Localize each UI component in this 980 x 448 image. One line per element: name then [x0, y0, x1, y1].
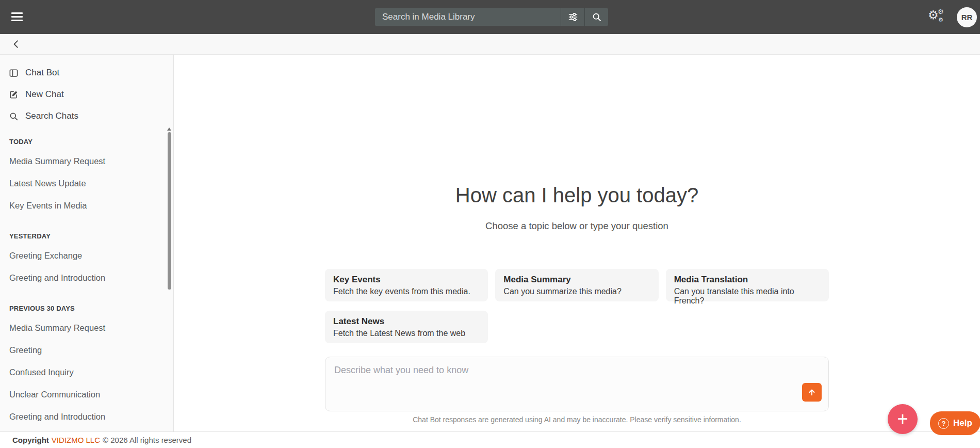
- company-link[interactable]: VIDIZMO LLC: [49, 436, 103, 444]
- question-circle-icon: ?: [938, 418, 949, 429]
- chat-sidebar: Chat Bot New Chat Search Chats: [0, 55, 174, 431]
- ai-disclaimer: Chat Bot responses are generated using A…: [413, 415, 741, 424]
- nav-label: New Chat: [25, 89, 64, 100]
- plus-icon: +: [897, 410, 908, 428]
- hamburger-menu-icon[interactable]: [11, 12, 23, 21]
- topic-card-latest-news[interactable]: Latest News Fetch the Latest News from t…: [325, 311, 488, 343]
- history-section-previous-30-days: PREVIOUS 30 DAYS Media Summary Request G…: [0, 305, 173, 428]
- chat-history-item[interactable]: Greeting and Introduction: [0, 267, 173, 289]
- topic-cards: Key Events Fetch the key events from thi…: [325, 269, 829, 343]
- add-fab-button[interactable]: +: [888, 404, 918, 434]
- media-library-search: [375, 8, 608, 26]
- history-section-yesterday: YESTERDAY Greeting Exchange Greeting and…: [0, 232, 173, 289]
- chat-main-area: How can I help you today? Choose a topic…: [174, 55, 980, 431]
- page-title: How can I help you today?: [455, 184, 698, 207]
- scrollbar-up-arrow[interactable]: [167, 127, 171, 131]
- topic-card-media-translation[interactable]: Media Translation Can you translate this…: [666, 269, 829, 301]
- chat-history-item[interactable]: Media Summary Request: [0, 317, 173, 339]
- chat-history-item[interactable]: Greeting and Introduction: [0, 406, 173, 428]
- chat-history-item[interactable]: Unclear Communication: [0, 383, 173, 406]
- message-composer: [325, 357, 829, 411]
- topbar-right-actions: ⚙ ⚙ ⚙ RR: [928, 0, 980, 34]
- card-description: Can you summarize this media?: [503, 287, 650, 296]
- history-section-today: TODAY Media Summary Request Latest News …: [0, 138, 173, 217]
- card-description: Fetch the Latest News from the web: [333, 329, 480, 338]
- topic-card-key-events[interactable]: Key Events Fetch the key events from thi…: [325, 269, 488, 301]
- nav-label: Chat Bot: [25, 68, 59, 78]
- chat-history-item[interactable]: Latest News Update: [0, 172, 173, 195]
- section-title: PREVIOUS 30 DAYS: [0, 305, 173, 312]
- search-icon: [592, 12, 602, 22]
- search-submit-button[interactable]: [584, 8, 608, 26]
- chat-history-item[interactable]: Greeting: [0, 339, 173, 361]
- compose-icon: [9, 90, 19, 100]
- card-title: Latest News: [333, 316, 480, 327]
- nav-label: Search Chats: [25, 111, 78, 121]
- card-description: Fetch the key events from this media.: [333, 287, 480, 296]
- page-subtitle: Choose a topic below or type your questi…: [485, 220, 668, 232]
- footer: Copyright VIDIZMO LLC © 2026 All rights …: [0, 431, 980, 448]
- help-label: Help: [953, 418, 972, 428]
- chevron-left-icon: [11, 39, 21, 49]
- back-button[interactable]: [11, 39, 21, 49]
- side-panel-icon: [9, 68, 19, 78]
- card-title: Media Translation: [674, 275, 821, 285]
- rights-text: © 2026 All rights reserved: [103, 436, 191, 444]
- sidebar-item-chat-bot[interactable]: Chat Bot: [0, 62, 173, 84]
- copyright-label: Copyright: [12, 436, 49, 444]
- chat-history-item[interactable]: Confused Inquiry: [0, 361, 173, 383]
- arrow-up-icon: [807, 388, 816, 397]
- sidebar-nav: Chat Bot New Chat Search Chats: [0, 55, 173, 127]
- search-filter-button[interactable]: [561, 8, 584, 26]
- user-avatar[interactable]: RR: [957, 7, 977, 27]
- chat-history-item[interactable]: Greeting Exchange: [0, 245, 173, 267]
- message-input[interactable]: [325, 357, 828, 411]
- section-title: TODAY: [0, 138, 173, 146]
- chat-history-item[interactable]: Key Events in Media: [0, 195, 173, 217]
- help-button[interactable]: ? Help: [930, 411, 980, 435]
- admin-settings-icon[interactable]: ⚙ ⚙ ⚙: [928, 8, 945, 26]
- card-description: Can you translate this media into French…: [674, 287, 821, 306]
- sidebar-scrollbar[interactable]: [168, 132, 171, 290]
- topic-card-media-summary[interactable]: Media Summary Can you summarize this med…: [495, 269, 658, 301]
- top-bar: ⚙ ⚙ ⚙ RR: [0, 0, 980, 34]
- section-title: YESTERDAY: [0, 232, 173, 240]
- search-icon: [9, 111, 19, 121]
- sidebar-item-search-chats[interactable]: Search Chats: [0, 105, 173, 127]
- send-button[interactable]: [802, 383, 822, 402]
- sidebar-item-new-chat[interactable]: New Chat: [0, 84, 173, 105]
- secondary-bar: [0, 34, 980, 55]
- chat-history-item[interactable]: Media Summary Request: [0, 150, 173, 172]
- sliders-icon: [568, 12, 578, 22]
- card-title: Media Summary: [503, 275, 650, 285]
- app-window: ⚙ ⚙ ⚙ RR Chat Bot: [0, 0, 980, 448]
- card-title: Key Events: [333, 275, 480, 285]
- search-input[interactable]: [375, 8, 561, 26]
